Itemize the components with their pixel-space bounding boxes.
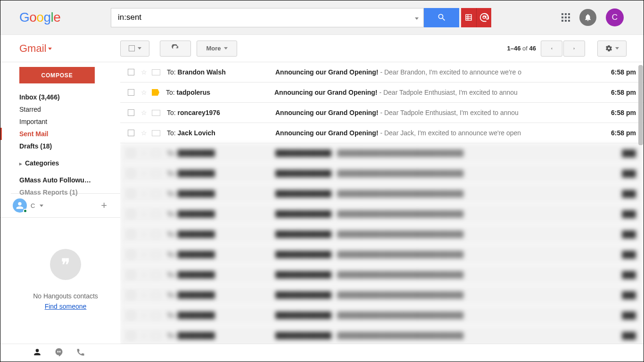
subheader: Gmail More 1–46 of 46: [0, 35, 644, 62]
sidebar-item-drafts[interactable]: Drafts (18): [11, 140, 120, 152]
pagination: 1–46 of 46: [507, 41, 627, 57]
important-icon[interactable]: [152, 69, 160, 75]
search-options-dropdown[interactable]: [410, 14, 423, 21]
email-row-blurred: ☆ To: ████████ ████████████ - ██████████…: [120, 184, 644, 204]
header-bar: Google C: [0, 0, 644, 35]
header-right: C: [561, 8, 636, 26]
row-checkbox[interactable]: [128, 109, 134, 116]
search-container: [111, 8, 491, 27]
hangouts-tab-icon[interactable]: [54, 347, 64, 359]
email-row-blurred: ☆ To: ████████ ████████████ - ██████████…: [120, 143, 644, 164]
sidebar-item-inbox[interactable]: Inbox (3,466): [11, 91, 120, 103]
row-checkbox[interactable]: [128, 130, 134, 136]
email-row-blurred: ☆ To: ████████ ████████████ - ██████████…: [120, 265, 644, 285]
hangouts-new-button[interactable]: +: [101, 199, 107, 212]
email-row-blurred: ☆ To: ████████ ████████████ - ██████████…: [120, 245, 644, 265]
google-logo[interactable]: Google: [8, 10, 60, 25]
label-icon[interactable]: [152, 89, 159, 96]
star-icon[interactable]: ☆: [141, 109, 147, 116]
timestamp: 6:58 pm: [599, 129, 636, 137]
compose-button[interactable]: COMPOSE: [19, 67, 95, 83]
page-total: 46: [529, 45, 536, 52]
contacts-tab-icon[interactable]: [33, 347, 42, 359]
email-row-blurred: ☆ To: ████████ ████████████ - ██████████…: [120, 224, 644, 245]
prev-page-button[interactable]: [541, 41, 562, 57]
star-icon[interactable]: ☆: [141, 89, 147, 96]
more-label: More: [206, 45, 221, 52]
star-icon[interactable]: ☆: [141, 129, 147, 137]
sidebar-item-categories[interactable]: Categories: [11, 157, 120, 169]
gmass-sheet-button[interactable]: [461, 8, 476, 27]
account-avatar[interactable]: C: [606, 8, 624, 26]
hangouts-empty-state: ❞ No Hangouts contacts Find someone: [11, 249, 120, 310]
important-icon[interactable]: [152, 110, 160, 116]
email-row-blurred: ☆ To: ████████ ████████████ - ██████████…: [120, 285, 644, 305]
apps-icon[interactable]: [561, 13, 570, 22]
sidebar: COMPOSE Inbox (3,466) Starred Important …: [0, 62, 120, 344]
sidebar-item-gmass-followup[interactable]: GMass Auto Followu…: [11, 174, 120, 186]
timestamp: 6:58 pm: [599, 109, 636, 116]
more-button[interactable]: More: [197, 41, 237, 57]
star-icon[interactable]: ☆: [141, 68, 147, 76]
main-body: COMPOSE Inbox (3,466) Starred Important …: [0, 62, 644, 344]
email-row[interactable]: ☆ To: tadpolerus Announcing our Grand Op…: [120, 82, 644, 103]
hangouts-avatar[interactable]: [13, 198, 27, 213]
select-all-checkbox[interactable]: [120, 41, 149, 57]
phone-tab-icon[interactable]: [76, 347, 85, 359]
notifications-icon[interactable]: [579, 9, 596, 26]
hangouts-user-label[interactable]: C: [31, 202, 35, 209]
recipient: To: Brandon Walsh: [167, 68, 275, 76]
subject-snippet: Announcing our Grand Opening! - Dear Jac…: [275, 129, 599, 137]
recipient: To: roncarey1976: [167, 109, 275, 116]
recipient: To: Jack Lovich: [167, 129, 275, 137]
email-row-blurred: ☆ To: ████████ ████████████ - ██████████…: [120, 204, 644, 224]
sidebar-item-important[interactable]: Important: [11, 115, 120, 128]
page-range: 1–46: [507, 45, 521, 52]
row-checkbox[interactable]: [128, 89, 134, 96]
email-row[interactable]: ☆ To: Brandon Walsh Announcing our Grand…: [120, 62, 644, 82]
settings-button[interactable]: [597, 41, 627, 57]
next-page-button[interactable]: [563, 41, 585, 57]
page-of: of: [520, 45, 529, 52]
search-box: [111, 8, 424, 27]
timestamp: 6:58 pm: [599, 89, 636, 96]
sidebar-item-starred[interactable]: Starred: [11, 103, 120, 115]
gmass-at-button[interactable]: [476, 8, 491, 27]
subject-snippet: Announcing our Grand Opening! - Dear Tad…: [274, 89, 599, 96]
email-row-blurred: ☆ To: ████████ ████████████ - ██████████…: [120, 305, 644, 326]
row-checkbox[interactable]: [128, 69, 134, 75]
timestamp: 6:58 pm: [599, 68, 636, 76]
email-row-blurred: ☆ To: ████████ ████████████ - ██████████…: [120, 164, 644, 184]
recipient: To: tadpolerus: [166, 89, 274, 96]
scrollbar-thumb[interactable]: [638, 65, 643, 145]
sidebar-item-sent[interactable]: Sent Mail: [0, 128, 120, 140]
toolbar: More 1–46 of 46: [120, 41, 644, 57]
subject-snippet: Announcing our Grand Opening! - Dear Tad…: [275, 109, 599, 116]
hangouts-empty-message: No Hangouts contacts: [11, 292, 120, 300]
hangouts-footer: [0, 344, 644, 362]
email-row[interactable]: ☆ To: roncarey1976 Announcing our Grand …: [120, 103, 644, 123]
important-icon[interactable]: [152, 130, 160, 136]
email-list: ☆ To: Brandon Walsh Announcing our Grand…: [120, 62, 644, 344]
email-row[interactable]: ☆ To: Jack Lovich Announcing our Grand O…: [120, 123, 644, 143]
email-row-blurred: ☆ To: ████████ ████████████ - ██████████…: [120, 326, 644, 344]
hangouts-quote-icon: ❞: [50, 249, 81, 280]
search-input[interactable]: [111, 13, 410, 22]
refresh-button[interactable]: [160, 41, 191, 57]
sidebar-item-gmass-reports[interactable]: GMass Reports (1): [11, 186, 120, 198]
hangouts-find-link[interactable]: Find someone: [45, 303, 87, 310]
search-button[interactable]: [424, 8, 459, 27]
subject-snippet: Announcing our Grand Opening! - Dear Bra…: [275, 68, 599, 76]
presence-indicator: [23, 209, 27, 213]
gmail-dropdown[interactable]: Gmail: [0, 42, 120, 55]
